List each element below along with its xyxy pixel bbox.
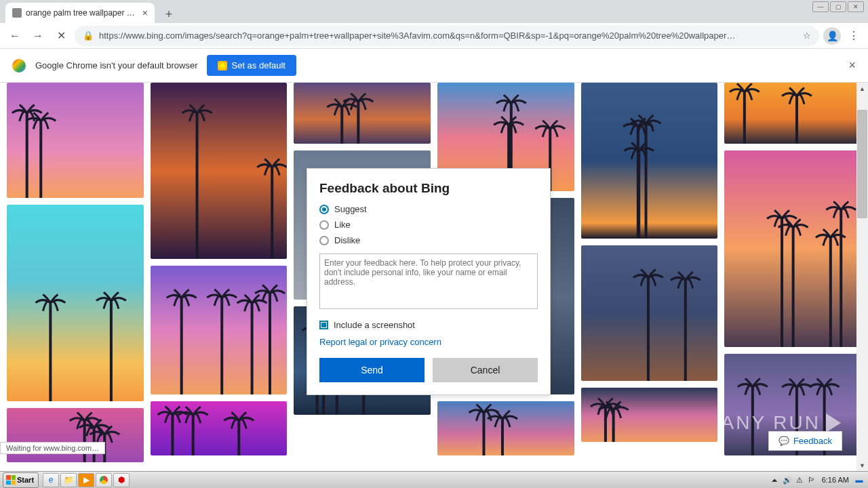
tab-title: orange palm tree wallpaper site:favi xyxy=(26,8,138,18)
tab-bar: orange palm tree wallpaper site:favi × + xyxy=(0,0,868,23)
url-text: https://www.bing.com/images/search?q=ora… xyxy=(99,30,797,41)
banner-text: Google Chrome isn't your default browser xyxy=(35,60,197,70)
chrome-menu-button[interactable]: ⋮ xyxy=(845,27,863,45)
image-result[interactable] xyxy=(437,401,574,455)
send-button[interactable]: Send xyxy=(319,358,425,382)
image-result[interactable] xyxy=(581,83,718,239)
image-result[interactable] xyxy=(151,266,288,394)
lock-icon: 🔒 xyxy=(83,30,94,41)
dialog-title: Feedback about Bing xyxy=(319,181,538,196)
radio-icon xyxy=(319,220,329,230)
radio-like[interactable]: Like xyxy=(319,220,538,230)
play-icon xyxy=(826,413,841,432)
close-window-button[interactable]: ✕ xyxy=(848,1,864,12)
minimize-button[interactable]: — xyxy=(812,1,829,12)
dialog-buttons: Send Cancel xyxy=(319,358,538,382)
radio-icon xyxy=(319,205,329,214)
browser-tab[interactable]: orange palm tree wallpaper site:favi × xyxy=(5,3,155,23)
screenshot-checkbox-row[interactable]: Include a screenshot xyxy=(319,320,538,330)
feedback-textarea[interactable] xyxy=(319,253,538,309)
image-result[interactable] xyxy=(724,150,861,347)
radio-suggest-label: Suggest xyxy=(334,204,367,214)
scrollbar-thumb[interactable] xyxy=(857,110,867,218)
chat-icon: 💬 xyxy=(778,436,789,446)
tray-expand-icon[interactable]: ⏶ xyxy=(770,475,780,485)
image-result[interactable] xyxy=(581,245,718,381)
taskbar-chrome-icon[interactable] xyxy=(96,473,112,487)
chrome-icon xyxy=(12,59,26,73)
image-result[interactable] xyxy=(724,83,861,144)
default-browser-banner: Google Chrome isn't your default browser… xyxy=(0,49,868,83)
image-result[interactable] xyxy=(294,83,431,144)
image-result[interactable] xyxy=(7,408,144,462)
scrollbar[interactable]: ▲ ▼ xyxy=(856,83,868,471)
feedback-button[interactable]: 💬 Feedback xyxy=(768,431,842,451)
stop-button[interactable]: ✕ xyxy=(52,26,71,45)
new-tab-button[interactable]: + xyxy=(160,5,178,23)
checkbox-icon xyxy=(319,321,328,329)
address-bar: ← → ✕ 🔒 https://www.bing.com/images/sear… xyxy=(0,23,868,49)
image-result[interactable] xyxy=(151,401,288,455)
taskbar-media-icon[interactable]: ▶ xyxy=(78,473,94,487)
scroll-down-icon[interactable]: ▼ xyxy=(856,460,868,471)
taskbar: Start e 📁 ▶ ⬢ ⏶ 🔊 ⚠ 🏳 6:16 AM ▬ xyxy=(0,471,868,488)
start-label: Start xyxy=(17,476,34,484)
back-button[interactable]: ← xyxy=(5,26,24,45)
tray-monitor-icon[interactable]: ▬ xyxy=(854,475,864,485)
forward-button[interactable]: → xyxy=(28,26,47,45)
favicon-icon xyxy=(12,8,22,18)
feedback-dialog: Feedback about Bing Suggest Like Dislike… xyxy=(307,168,551,395)
quick-launch: e 📁 ▶ ⬢ xyxy=(43,473,130,487)
tab-close-icon[interactable]: × xyxy=(142,7,148,18)
start-button[interactable]: Start xyxy=(3,472,39,488)
tray-flag-icon[interactable]: 🏳 xyxy=(807,475,816,485)
bookmark-star-icon[interactable]: ☆ xyxy=(803,30,811,41)
feedback-type-group: Suggest Like Dislike xyxy=(319,204,538,245)
image-result[interactable] xyxy=(7,83,144,198)
taskbar-ie-icon[interactable]: e xyxy=(43,473,59,487)
system-tray: ⏶ 🔊 ⚠ 🏳 6:16 AM ▬ xyxy=(766,475,868,485)
radio-dislike-label: Dislike xyxy=(334,235,360,245)
taskbar-explorer-icon[interactable]: 📁 xyxy=(60,473,77,487)
legal-link[interactable]: Report legal or privacy concern xyxy=(319,337,538,347)
content-area: ▲ ▼ Feedback about Bing Suggest Like Dis… xyxy=(0,83,868,471)
set-default-label: Set as default xyxy=(231,60,285,70)
tray-network-icon[interactable]: ⚠ xyxy=(795,475,804,485)
image-result[interactable] xyxy=(7,205,144,401)
status-bar: Waiting for www.bing.com… xyxy=(0,442,105,454)
maximize-button[interactable]: ▢ xyxy=(830,1,846,12)
feedback-button-label: Feedback xyxy=(793,436,832,446)
shield-icon xyxy=(218,61,227,70)
radio-like-label: Like xyxy=(334,220,351,230)
tray-volume-icon[interactable]: 🔊 xyxy=(783,475,792,485)
window-controls: — ▢ ✕ xyxy=(812,1,864,12)
taskbar-clock[interactable]: 6:16 AM xyxy=(819,476,852,484)
radio-suggest[interactable]: Suggest xyxy=(319,204,538,214)
image-result[interactable] xyxy=(581,388,718,442)
image-result[interactable] xyxy=(151,83,288,259)
radio-dislike[interactable]: Dislike xyxy=(319,235,538,245)
set-default-button[interactable]: Set as default xyxy=(207,55,296,76)
banner-close-icon[interactable]: × xyxy=(848,58,856,73)
taskbar-app-icon[interactable]: ⬢ xyxy=(113,473,130,487)
scroll-up-icon[interactable]: ▲ xyxy=(856,83,868,94)
url-bar[interactable]: 🔒 https://www.bing.com/images/search?q=o… xyxy=(75,26,819,46)
windows-icon xyxy=(6,475,16,485)
profile-avatar[interactable]: 👤 xyxy=(823,27,841,45)
screenshot-label: Include a screenshot xyxy=(334,320,415,330)
cancel-button[interactable]: Cancel xyxy=(433,358,538,382)
radio-icon xyxy=(319,236,329,245)
